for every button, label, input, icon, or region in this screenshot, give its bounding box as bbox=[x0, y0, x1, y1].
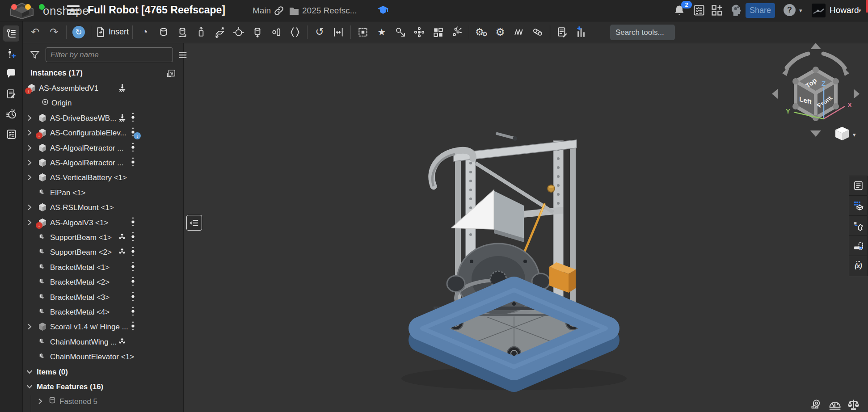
link-icon[interactable] bbox=[274, 5, 284, 16]
display-states-button[interactable] bbox=[849, 236, 868, 256]
appearance-button[interactable] bbox=[849, 216, 868, 236]
instance-row[interactable]: BracketMetal <2> bbox=[22, 275, 183, 290]
followed-rail-button[interactable] bbox=[3, 126, 19, 142]
degrees-of-freedom-icon[interactable] bbox=[131, 157, 135, 168]
degrees-of-freedom-icon[interactable] bbox=[131, 291, 135, 302]
protractor-button[interactable] bbox=[828, 398, 841, 411]
degrees-of-freedom-icon[interactable] bbox=[131, 321, 135, 332]
degrees-of-freedom-icon[interactable] bbox=[131, 261, 135, 272]
instance-row[interactable]: ↓AS-AlgoalV3 <1> bbox=[22, 215, 183, 230]
view-left-arrow[interactable] bbox=[772, 89, 778, 99]
degrees-of-freedom-icon[interactable] bbox=[131, 306, 135, 317]
user-avatar[interactable] bbox=[812, 4, 826, 17]
tree-section-row[interactable]: Mate Features (16) bbox=[22, 379, 183, 394]
pin-slot-mate-button[interactable] bbox=[268, 24, 285, 41]
comment-rail-button[interactable] bbox=[3, 66, 19, 82]
degrees-of-freedom-icon[interactable] bbox=[131, 246, 135, 257]
degrees-of-freedom-icon[interactable] bbox=[131, 142, 135, 153]
instance-row[interactable]: Scoral v1.4 w/ Hinge ... bbox=[22, 320, 183, 334]
gear-button[interactable]: ⚙ bbox=[492, 24, 509, 41]
degrees-of-freedom-icon[interactable] bbox=[131, 231, 135, 242]
view-up-arrow[interactable] bbox=[810, 43, 821, 49]
folder-name[interactable]: 2025 Reefsc... bbox=[302, 6, 357, 16]
history-rail-button[interactable] bbox=[3, 106, 19, 122]
parallel-mate-button[interactable] bbox=[287, 24, 303, 41]
expand-chevron-icon[interactable] bbox=[26, 174, 33, 181]
tasks-icon[interactable] bbox=[693, 4, 705, 17]
configurations-button[interactable] bbox=[849, 196, 868, 216]
section-view-button[interactable]: ◔ bbox=[136, 24, 153, 41]
instance-row[interactable]: SupportBeam <2> bbox=[22, 245, 183, 260]
instance-row[interactable]: ChainMountWing ... bbox=[22, 335, 183, 349]
cylindrical-mate-button[interactable] bbox=[249, 24, 266, 41]
view-cube[interactable]: Top Left Front Z X Y ▾ bbox=[760, 39, 867, 142]
degrees-of-freedom-icon[interactable] bbox=[131, 112, 135, 123]
expand-chevron-icon[interactable] bbox=[26, 129, 33, 136]
rotate-button[interactable]: ↺ bbox=[311, 24, 328, 41]
pattern-button[interactable] bbox=[411, 24, 428, 41]
document-title[interactable]: Full Robot [4765 Reefscape] bbox=[88, 4, 225, 16]
sync-button[interactable]: ↻ bbox=[70, 24, 87, 41]
expand-chevron-icon[interactable] bbox=[26, 114, 33, 122]
tree-section-row[interactable]: Items (0) bbox=[22, 365, 183, 379]
update-available-icon[interactable]: ↓ bbox=[134, 132, 141, 139]
undo-button[interactable]: ↶ bbox=[27, 24, 44, 41]
expand-chevron-icon[interactable] bbox=[26, 159, 33, 166]
stats-button[interactable] bbox=[573, 24, 590, 41]
expand-chevron-icon[interactable] bbox=[26, 144, 33, 151]
filter-input[interactable] bbox=[46, 47, 173, 62]
instance-row[interactable]: AS-AlgoalRetractor ... bbox=[22, 141, 183, 156]
panel-flyout-button[interactable] bbox=[186, 215, 202, 231]
user-caret-icon[interactable]: ▾ bbox=[858, 7, 861, 14]
workspace-name[interactable]: Main bbox=[253, 6, 271, 16]
window-close-button[interactable] bbox=[11, 4, 17, 10]
mate-connector-button[interactable]: ★ bbox=[373, 24, 390, 41]
insert-button[interactable]: Insert bbox=[95, 24, 129, 41]
explode-button[interactable] bbox=[448, 24, 465, 41]
spring-button[interactable] bbox=[510, 24, 527, 41]
variables-button[interactable]: (x) bbox=[849, 256, 868, 276]
slider-mate-button[interactable] bbox=[193, 24, 210, 41]
view-options-caret-icon[interactable]: ▾ bbox=[853, 131, 856, 138]
instance-row[interactable]: ↓AS-ConfigurableElev...↓ bbox=[22, 126, 183, 140]
expand-chevron-icon[interactable] bbox=[37, 398, 44, 405]
insert-feature-rail-button[interactable] bbox=[3, 46, 19, 62]
mass-properties-button[interactable] bbox=[847, 399, 860, 411]
help-caret-icon[interactable]: ▾ bbox=[799, 7, 802, 14]
bom-panel-button[interactable] bbox=[849, 176, 868, 196]
document-notes-rail-button[interactable] bbox=[3, 86, 19, 102]
mate-feature-row[interactable]: Fastened 5 bbox=[22, 394, 183, 409]
instance-row[interactable]: SupportBeam <1> bbox=[22, 230, 183, 245]
degrees-of-freedom-icon[interactable] bbox=[131, 276, 135, 287]
fastened-mate-button[interactable] bbox=[155, 24, 172, 41]
instance-row[interactable]: BracketMetal <4> bbox=[22, 305, 183, 320]
instance-row[interactable]: AS-AlgoalRetractor ... bbox=[22, 156, 183, 170]
ball-mate-button[interactable] bbox=[230, 24, 247, 41]
instance-row[interactable]: BracketMetal <3> bbox=[22, 290, 183, 305]
app-store-icon[interactable] bbox=[711, 4, 723, 17]
linear-pattern-button[interactable] bbox=[430, 24, 447, 41]
search-tools-button[interactable]: Search tools... bbox=[610, 25, 675, 40]
window-minimize-button[interactable] bbox=[25, 4, 31, 10]
instance-row[interactable]: AS-VerticalBattery <1> bbox=[22, 170, 183, 185]
view-right-arrow[interactable] bbox=[854, 89, 860, 99]
share-button[interactable]: Share bbox=[746, 3, 775, 18]
user-menu[interactable]: Howard bbox=[830, 5, 859, 15]
assembly-features-rail-button[interactable] bbox=[3, 25, 19, 42]
gear-relation-button[interactable]: ⚙⚙ bbox=[473, 24, 490, 41]
expand-chevron-icon[interactable] bbox=[26, 204, 33, 211]
window-zoom-button[interactable] bbox=[39, 4, 45, 10]
planar-mate-button[interactable] bbox=[211, 24, 228, 41]
help-button[interactable]: ? bbox=[784, 4, 796, 16]
instance-row[interactable]: ↓AS-AssembledV1 bbox=[22, 81, 183, 96]
graphics-viewport[interactable]: Top Left Front Z X Y ▾ bbox=[184, 43, 868, 412]
view-options-cube-icon[interactable] bbox=[835, 127, 849, 140]
degrees-of-freedom-icon[interactable] bbox=[131, 217, 135, 227]
instance-row[interactable]: ChainMountElevator <1> bbox=[22, 349, 183, 364]
ai-advisor-icon[interactable] bbox=[729, 4, 743, 17]
section-collapse-icon[interactable] bbox=[26, 383, 33, 390]
tape-measure-button[interactable] bbox=[810, 399, 822, 411]
revolute-mate-button[interactable] bbox=[174, 24, 191, 41]
redo-button[interactable]: ↷ bbox=[46, 24, 63, 41]
instance-row[interactable]: Origin bbox=[22, 96, 183, 110]
